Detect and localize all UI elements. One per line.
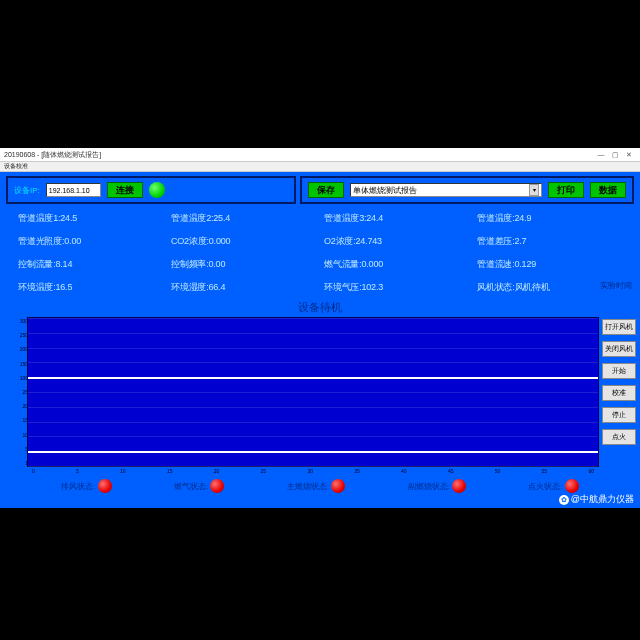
connect-button[interactable]: 连接 xyxy=(107,182,143,198)
data-button[interactable]: 数据 xyxy=(590,182,626,198)
report-panel: 保存 单体燃烧测试报告 ▾ 打印 数据 xyxy=(300,176,634,204)
reading-item: 管道温度3:24.4 xyxy=(324,212,469,225)
status-led-icon xyxy=(565,479,579,493)
status-led-icon xyxy=(331,479,345,493)
close-icon[interactable]: ✕ xyxy=(622,151,636,159)
chart-x-axis: 051015202530354045505560 xyxy=(28,468,598,474)
watermark: ✿ @中航鼎力仪器 xyxy=(559,493,634,506)
reading-item: 管道差压:2.7 xyxy=(477,235,622,248)
print-button[interactable]: 打印 xyxy=(548,182,584,198)
reading-item: 管道温度2:25.4 xyxy=(171,212,316,225)
save-button[interactable]: 保存 xyxy=(308,182,344,198)
reading-item: CO2浓度:0.000 xyxy=(171,235,316,248)
ip-input[interactable]: 192.168.1.10 xyxy=(46,183,101,197)
status-led-icon xyxy=(98,479,112,493)
report-select-value: 单体燃烧测试报告 xyxy=(353,185,417,196)
reading-item: 燃气流量:0.000 xyxy=(324,258,469,271)
status-item: 点火状态: xyxy=(528,479,578,493)
device-status: 设备待机 xyxy=(0,300,640,315)
close-fan-button[interactable]: 关闭风机 xyxy=(602,341,636,357)
ignite-button[interactable]: 点火 xyxy=(602,429,636,445)
status-item: 副燃烧状态: xyxy=(408,479,466,493)
main-content: 设备IP: 192.168.1.10 连接 保存 单体燃烧测试报告 ▾ 打印 数… xyxy=(0,172,640,508)
reading-item: 控制流量:8.14 xyxy=(18,258,163,271)
reading-item: 控制频率:0.00 xyxy=(171,258,316,271)
chart-area: 3002502001501002520151051 05101520253035… xyxy=(27,317,599,467)
readings-grid: 管道温度1:24.5 管道温度2:25.4 管道温度3:24.4 管道温度:24… xyxy=(0,208,640,294)
reading-item: 环境温度:16.5 xyxy=(18,281,163,294)
status-led-icon xyxy=(210,479,224,493)
experiment-time-label: 实验时间 xyxy=(600,280,632,291)
reading-item: O2浓度:24.743 xyxy=(324,235,469,248)
watermark-logo-icon: ✿ xyxy=(559,495,569,505)
ip-label: 设备IP: xyxy=(14,185,40,196)
reading-item: 管道流速:0.129 xyxy=(477,258,622,271)
status-item: 主燃烧状态: xyxy=(287,479,345,493)
status-item: 燃气状态: xyxy=(174,479,224,493)
menu-item[interactable]: 设备校准 xyxy=(4,163,28,169)
chart-y-axis: 3002502001501002520151051 xyxy=(16,318,28,466)
watermark-text: @中航鼎力仪器 xyxy=(571,493,634,506)
control-buttons: 打开风机 关闭风机 开始 校准 停止 点火 xyxy=(602,317,636,467)
calibrate-button[interactable]: 校准 xyxy=(602,385,636,401)
reading-item: 管道温度:24.9 xyxy=(477,212,622,225)
status-led-icon xyxy=(452,479,466,493)
start-button[interactable]: 开始 xyxy=(602,363,636,379)
maximize-icon[interactable]: ▢ xyxy=(608,151,622,159)
stop-button[interactable]: 停止 xyxy=(602,407,636,423)
reading-item: 环境气压:102.3 xyxy=(324,281,469,294)
status-item: 排风状态: xyxy=(61,479,111,493)
window-titlebar: 20190608 - [随体燃烧测试报告] — ▢ ✕ xyxy=(0,148,640,162)
open-fan-button[interactable]: 打开风机 xyxy=(602,319,636,335)
window-title: 20190608 - [随体燃烧测试报告] xyxy=(4,150,101,160)
menubar: 设备校准 xyxy=(0,162,640,172)
minimize-icon[interactable]: — xyxy=(594,151,608,158)
device-panel: 设备IP: 192.168.1.10 连接 xyxy=(6,176,296,204)
connection-led-icon xyxy=(149,182,165,198)
report-select[interactable]: 单体燃烧测试报告 ▾ xyxy=(350,183,542,197)
chevron-down-icon: ▾ xyxy=(529,184,539,196)
reading-item: 管道光照度:0.00 xyxy=(18,235,163,248)
reading-item: 环境湿度:66.4 xyxy=(171,281,316,294)
reading-item: 管道温度1:24.5 xyxy=(18,212,163,225)
